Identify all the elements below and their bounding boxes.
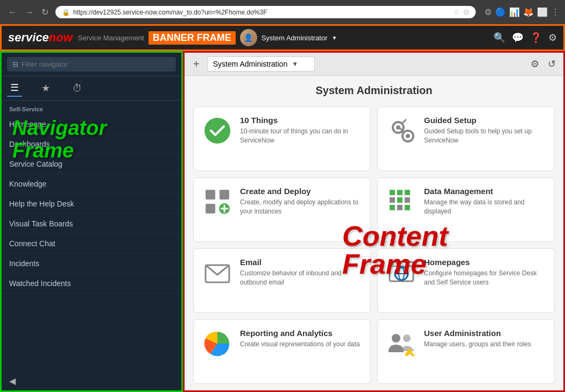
nav-item-watched-incidents[interactable]: Watched Incidents [2,274,181,294]
nav-item-service-catalog[interactable]: Service Catalog [2,154,181,174]
nav-item-dashboards[interactable]: Dashboards [2,134,181,154]
reporting-icon [202,329,232,359]
sn-logo: servicenow [8,31,73,45]
header-icons: 🔍 💬 ❓ ⚙ [493,32,557,44]
avatar: 👤 [240,29,257,46]
svg-rect-9 [206,204,215,213]
homepages-title: Homepages [424,258,546,267]
svg-point-26 [396,263,398,265]
card-ten-things[interactable]: 10 Things 10-minute tour of things you c… [193,106,371,171]
homepages-desc: Configure homepages for Service Desk and… [424,269,546,287]
svg-point-0 [204,118,230,144]
forward-button[interactable]: → [22,6,36,18]
ten-things-icon [202,116,232,146]
back-button[interactable]: ← [5,6,19,18]
sn-header: servicenow Service Management BANNER FRA… [0,24,565,51]
content-area: System Administration Content Frame [185,76,563,390]
svg-rect-18 [405,197,410,203]
card-guided-setup[interactable]: Guided Setup Guided Setup tools to help … [377,106,555,171]
add-tab-button[interactable]: + [190,57,203,72]
banner-text: Service Management [78,34,144,42]
nav-bottom-icon[interactable]: ◀ [9,376,16,386]
nav-tab-history[interactable]: ⏱ [69,81,86,96]
ten-things-text: 10 Things 10-minute tour of things you c… [240,116,362,145]
extension-icon-3: 📊 [509,7,520,17]
guided-setup-icon [386,116,416,146]
banner-frame-label: BANNER FRAME [149,31,236,45]
create-deploy-icon [202,187,232,217]
svg-point-31 [392,334,400,343]
nav-tab-modules[interactable]: ☰ [7,80,22,97]
card-homepages[interactable]: Homepages Configure homepages for Servic… [377,248,555,313]
address-bar[interactable]: 🔒 https://dev12925.service-now.com/nav_t… [55,6,476,18]
svg-rect-14 [397,190,402,195]
nav-item-connect-chat[interactable]: Connect Chat [2,234,181,254]
content-frame: + System Administration ▼ ⚙ ↺ System Adm… [183,51,565,392]
main-layout: ⊟ ☰ ★ ⏱ Self-Service Homepage Dashboards… [0,51,565,392]
user-admin-text: User Administration Manage users, groups… [424,329,546,349]
menu-icon[interactable]: ⋮ [551,7,560,17]
nav-item-knowledge[interactable]: Knowledge [2,174,181,194]
filter-icon: ⊟ [12,60,18,68]
tab-dropdown[interactable]: System Administration ▼ [207,56,315,72]
nav-tab-favorites[interactable]: ★ [38,80,53,96]
extension-icon-1: ⚙ [484,7,492,17]
avatar-image: 👤 [240,29,257,46]
svg-point-5 [406,134,410,138]
reporting-desc: Create visual representations of your da… [240,340,362,349]
toolbar-gear-button[interactable]: ⚙ [528,56,541,72]
help-icon[interactable]: ❓ [530,32,542,44]
nav-item-homepage[interactable]: Homepage [2,115,181,134]
nav-tabs: ☰ ★ ⏱ [2,76,181,101]
card-reporting[interactable]: Reporting and Analytics Create visual re… [193,319,371,384]
star-icon: ☆ [454,8,460,16]
header-username: System Administrator [262,34,328,42]
cards-grid: 10 Things 10-minute tour of things you c… [185,102,563,390]
user-admin-desc: Manage users, groups and their roles [424,340,546,349]
nav-bottom: ◀ [2,372,181,390]
user-admin-title: User Administration [424,329,546,338]
svg-rect-19 [390,205,395,210]
filter-navigator-input[interactable] [22,60,171,68]
email-desc: Customize behavior of inbound and outbou… [240,269,362,287]
toolbar-refresh-button[interactable]: ↺ [546,56,558,72]
header-banner: Service Management BANNER FRAME 👤 System… [78,29,489,46]
create-deploy-title: Create and Deploy [240,187,362,196]
svg-point-32 [403,334,411,342]
search-icon[interactable]: 🔍 [493,32,505,44]
extension-icon-4: 🦊 [523,7,534,17]
email-icon [202,258,232,288]
reporting-title: Reporting and Analytics [240,329,362,338]
svg-rect-16 [390,197,395,203]
content-title: System Administration [185,76,563,102]
card-user-admin[interactable]: User Administration Manage users, groups… [377,319,555,384]
filter-input-wrap: ⊟ [7,57,176,72]
card-create-deploy[interactable]: Create and Deploy Create, modify and dep… [193,177,371,242]
data-management-icon [386,187,416,217]
chat-icon[interactable]: 💬 [512,32,524,44]
svg-rect-21 [405,205,410,210]
header-dropdown-arrow[interactable]: ▼ [332,35,337,41]
logo-now-text: now [49,31,73,45]
nav-item-visual-task-boards[interactable]: Visual Task Boards [2,214,181,234]
nav-item-incidents[interactable]: Incidents [2,254,181,274]
settings-icon[interactable]: ⚙ [548,32,557,44]
browser-chrome: ← → ↻ 🔒 https://dev12925.service-now.com… [0,0,565,24]
lock-icon: 🔒 [62,9,70,16]
data-management-title: Data Management [424,187,546,196]
guided-setup-desc: Guided Setup tools to help you set up Se… [424,127,546,145]
svg-line-3 [402,119,406,124]
guided-setup-text: Guided Setup Guided Setup tools to help … [424,116,546,145]
user-admin-icon [386,329,416,359]
extension-icon-5: ⬜ [537,7,548,17]
url-text: https://dev12925.service-now.com/nav_to.… [73,9,450,16]
guided-setup-title: Guided Setup [424,116,546,125]
nav-item-help-desk[interactable]: Help the Help Desk [2,194,181,214]
filter-bar: ⊟ [2,53,181,76]
data-management-desc: Manage the way data is stored and displa… [424,198,546,216]
refresh-button[interactable]: ↻ [39,6,51,18]
card-data-management[interactable]: Data Management Manage the way data is s… [377,177,555,242]
create-deploy-desc: Create, modify and deploy applications t… [240,198,362,216]
svg-rect-8 [220,190,229,199]
card-email[interactable]: Email Customize behavior of inbound and … [193,248,371,313]
